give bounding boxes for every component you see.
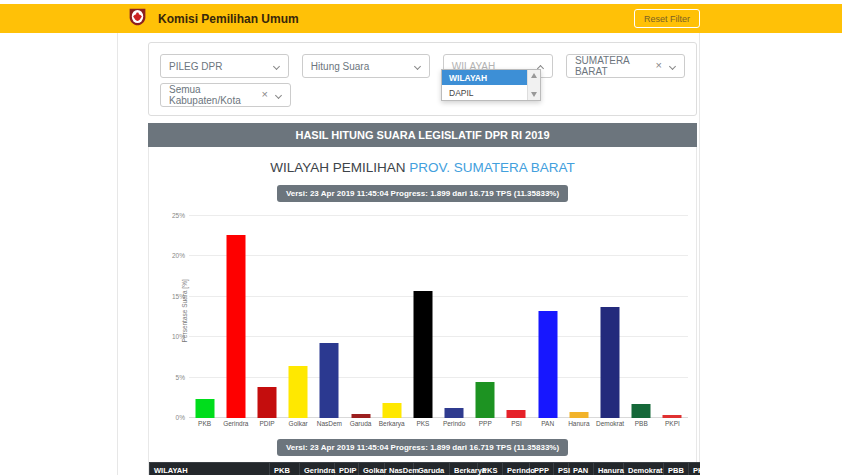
column-header-pks: PKS bbox=[478, 463, 503, 475]
bar-slot-pkb: PKB bbox=[189, 216, 220, 418]
province-select[interactable]: SUMATERA BARAT × bbox=[566, 54, 685, 78]
bar-golkar[interactable] bbox=[289, 366, 308, 418]
main-container: PILEG DPR Hitung Suara WILAYAH SUMATERA … bbox=[117, 33, 700, 475]
bar-slot-pdip: PDIP bbox=[251, 216, 282, 418]
bar-slot-pkpi: PKPI bbox=[657, 216, 688, 418]
filter-row-2: Semua Kabupaten/Kota × bbox=[160, 83, 685, 107]
bar-berkarya[interactable] bbox=[382, 403, 401, 418]
column-header-pdip: PDIP bbox=[335, 463, 359, 475]
top-navbar: Komisi Pemilihan Umum Reset Filter bbox=[0, 4, 842, 33]
version-badge-bottom: Versi: 23 Apr 2019 11:45:04 Progress: 1.… bbox=[277, 439, 568, 456]
results-table-wrap: WILAYAHPKBGerindraPDIPGolkarNasDemGaruda… bbox=[149, 462, 700, 475]
mode-select-value: Hitung Suara bbox=[311, 61, 369, 72]
filter-card: PILEG DPR Hitung Suara WILAYAH SUMATERA … bbox=[148, 42, 697, 116]
bar-slot-nasdem: NasDem bbox=[314, 216, 345, 418]
column-header-psi: PSI bbox=[554, 463, 569, 475]
chevron-down-icon bbox=[273, 63, 280, 70]
bar-slot-berkarya: Berkarya bbox=[376, 216, 407, 418]
x-tick-label: PDIP bbox=[259, 420, 274, 427]
x-tick-label: Demokrat bbox=[596, 420, 624, 427]
bar-garuda[interactable] bbox=[351, 414, 370, 418]
x-tick-label: PSI bbox=[511, 420, 521, 427]
y-tick-label: 15% bbox=[159, 293, 185, 300]
dropdown-option-wilayah[interactable]: WILAYAH bbox=[442, 70, 527, 85]
kabkota-select-value: Semua Kabupaten/Kota bbox=[169, 84, 268, 106]
bar-perindo[interactable] bbox=[445, 408, 464, 418]
subtitle-prefix: WILAYAH PEMILIHAN bbox=[270, 160, 405, 175]
column-header-wilayah: WILAYAH bbox=[150, 463, 270, 475]
column-header-pbb: PBB bbox=[664, 463, 689, 475]
bar-slot-ppp: PPP bbox=[470, 216, 501, 418]
x-tick-label: Berkarya bbox=[379, 420, 405, 427]
bar-psi[interactable] bbox=[507, 410, 526, 418]
column-header-pkb: PKB bbox=[270, 463, 300, 475]
section-body: WILAYAH PEMILIHAN PROV. SUMATERA BARAT V… bbox=[148, 147, 697, 475]
column-header-nasdem: NasDem bbox=[385, 463, 414, 475]
election-select[interactable]: PILEG DPR bbox=[160, 54, 289, 78]
bar-pdip[interactable] bbox=[257, 387, 276, 418]
bar-ppp[interactable] bbox=[476, 382, 495, 418]
kpu-logo-icon bbox=[127, 6, 148, 31]
page-subtitle: WILAYAH PEMILIHAN PROV. SUMATERA BARAT bbox=[149, 160, 696, 177]
bar-chart: Persentase Suara [%] 0%5%10%15%20%25% PK… bbox=[189, 208, 688, 432]
x-tick-label: Golkar bbox=[289, 420, 308, 427]
y-tick-label: 20% bbox=[159, 252, 185, 259]
column-header-hanura: Hanura bbox=[594, 463, 624, 475]
bar-slot-gerindra: Gerindra bbox=[220, 216, 251, 418]
bar-pks[interactable] bbox=[413, 291, 432, 418]
x-tick-label: PKS bbox=[416, 420, 429, 427]
clear-icon[interactable]: × bbox=[262, 88, 268, 100]
bar-pkpi[interactable] bbox=[663, 415, 682, 418]
y-tick-label: 5% bbox=[159, 374, 185, 381]
bar-slot-demokrat: Demokrat bbox=[594, 216, 625, 418]
y-tick-label: 0% bbox=[159, 414, 185, 421]
brand-title: Komisi Pemilihan Umum bbox=[158, 12, 299, 26]
bar-pan[interactable] bbox=[538, 311, 557, 418]
province-select-value: SUMATERA BARAT bbox=[575, 55, 662, 77]
dropdown-option-dapil[interactable]: DAPIL bbox=[442, 85, 527, 100]
bar-slot-garuda: Garuda bbox=[345, 216, 376, 418]
column-header-ppp: PPP bbox=[530, 463, 554, 475]
filter-row-1: PILEG DPR Hitung Suara WILAYAH SUMATERA … bbox=[160, 54, 685, 78]
column-header-pkpi: PKPI bbox=[689, 463, 701, 475]
y-tick-label: 25% bbox=[159, 212, 185, 219]
scroll-up-icon[interactable] bbox=[531, 73, 537, 78]
chevron-down-icon bbox=[669, 63, 676, 70]
x-tick-label: PKB bbox=[198, 420, 211, 427]
section-header: HASIL HITUNG SUARA LEGISLATIF DPR RI 201… bbox=[148, 123, 697, 147]
column-header-perindo: Perindo bbox=[503, 463, 530, 475]
column-header-pan: PAN bbox=[569, 463, 594, 475]
bar-nasdem[interactable] bbox=[320, 343, 339, 418]
x-tick-label: PBB bbox=[635, 420, 648, 427]
election-select-value: PILEG DPR bbox=[169, 61, 222, 72]
dropdown-scrollbar[interactable] bbox=[527, 70, 540, 100]
wilayah-dropdown-panel: WILAYAHDAPIL bbox=[441, 69, 541, 101]
bar-gerindra[interactable] bbox=[226, 235, 245, 418]
bar-demokrat[interactable] bbox=[601, 307, 620, 418]
bar-slot-perindo: Perindo bbox=[439, 216, 470, 418]
bar-hanura[interactable] bbox=[569, 412, 588, 418]
scroll-down-icon[interactable] bbox=[531, 92, 537, 97]
bar-pbb[interactable] bbox=[632, 404, 651, 418]
column-header-gerindra: Gerindra bbox=[300, 463, 335, 475]
bar-pkb[interactable] bbox=[195, 399, 214, 418]
bar-slot-pan: PAN bbox=[532, 216, 563, 418]
version-badge-top: Versi: 23 Apr 2019 11:45:04 Progress: 1.… bbox=[277, 185, 568, 202]
column-header-golkar: Golkar bbox=[359, 463, 385, 475]
brand[interactable]: Komisi Pemilihan Umum bbox=[127, 6, 299, 31]
clear-icon[interactable]: × bbox=[656, 59, 662, 71]
table-header-row: WILAYAHPKBGerindraPDIPGolkarNasDemGaruda… bbox=[150, 463, 701, 475]
column-header-demokrat: Demokrat bbox=[624, 463, 664, 475]
subtitle-province-link[interactable]: PROV. SUMATERA BARAT bbox=[409, 160, 575, 175]
mode-select[interactable]: Hitung Suara bbox=[302, 54, 430, 78]
reset-filter-button[interactable]: Reset Filter bbox=[634, 9, 700, 28]
column-header-garuda: Garuda bbox=[414, 463, 450, 475]
results-table: WILAYAHPKBGerindraPDIPGolkarNasDemGaruda… bbox=[149, 462, 700, 475]
y-tick-label: 10% bbox=[159, 333, 185, 340]
x-tick-label: Hanura bbox=[568, 420, 589, 427]
x-tick-label: NasDem bbox=[317, 420, 342, 427]
bar-slot-pks: PKS bbox=[407, 216, 438, 418]
x-tick-label: PAN bbox=[541, 420, 554, 427]
x-tick-label: PKPI bbox=[665, 420, 680, 427]
kabkota-select[interactable]: Semua Kabupaten/Kota × bbox=[160, 83, 291, 107]
